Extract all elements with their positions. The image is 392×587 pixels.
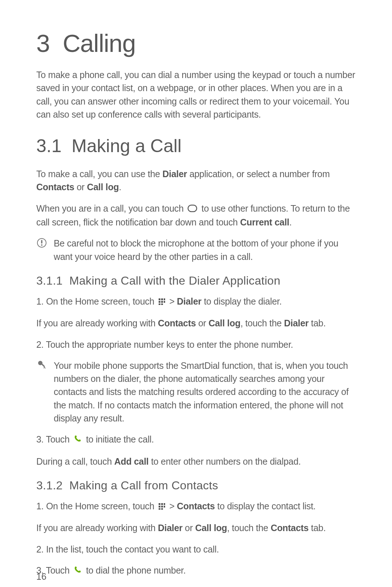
chapter-title: Calling	[63, 29, 136, 57]
note-text: Be careful not to block the microphone a…	[54, 237, 356, 263]
text: >	[167, 501, 177, 511]
text: , touch the	[240, 318, 284, 328]
bold-text: Dialer	[177, 296, 201, 306]
apps-grid-icon	[158, 500, 166, 513]
svg-rect-2	[41, 240, 42, 244]
bold-text: Dialer	[158, 523, 183, 533]
svg-rect-19	[164, 506, 165, 507]
bold-text: Current call	[240, 217, 289, 227]
subsection-heading-3-1-2: 3.1.2 Making a Call from Contacts	[36, 479, 356, 492]
caution-icon	[36, 237, 54, 248]
subsection-number: 3.1.2	[36, 479, 63, 492]
subsection-title: Making a Call from Contacts	[69, 479, 218, 492]
svg-rect-9	[164, 301, 165, 303]
step-3-sub: During a call, touch Add call to enter o…	[36, 455, 356, 468]
text: >	[167, 296, 177, 306]
bold-text: Dialer	[163, 169, 187, 179]
bold-text: Contacts	[177, 501, 215, 511]
text: tab.	[309, 523, 326, 533]
text: When you are in a call, you can touch	[36, 203, 186, 213]
text: to display the contact list.	[215, 501, 316, 511]
svg-rect-13	[41, 363, 45, 367]
text: 1. On the Home screen, touch	[36, 296, 157, 306]
chapter-number: 3	[36, 29, 50, 57]
chapter-heading: 3 Calling	[36, 29, 356, 57]
phone-call-icon	[73, 564, 82, 578]
text: to initiate the call.	[83, 434, 154, 444]
subsection-heading-3-1-1: 3.1.1 Making a Call with the Dialer Appl…	[36, 274, 356, 288]
bold-text: Contacts	[158, 318, 196, 328]
page-number: 16	[36, 571, 46, 582]
svg-rect-18	[161, 506, 163, 507]
text: or	[74, 182, 87, 192]
step-1: 1. On the Home screen, touch > Contacts …	[36, 500, 356, 514]
paragraph: To make a call, you can use the Dialer a…	[36, 167, 356, 194]
svg-rect-8	[161, 301, 163, 303]
bold-text: Call log	[87, 182, 119, 192]
step-2: 2. Touch the appropriate number keys to …	[36, 338, 356, 351]
svg-rect-21	[161, 508, 163, 510]
step-3: 3. Touch to dial the phone number.	[36, 564, 356, 578]
bold-text: Call log	[195, 523, 227, 533]
svg-rect-7	[159, 301, 160, 303]
text: If you are already working with	[36, 318, 158, 328]
svg-rect-14	[159, 503, 160, 505]
text: or	[183, 523, 195, 533]
text: to dial the phone number.	[83, 565, 185, 575]
text: to enter other numbers on the dialpad.	[149, 456, 301, 466]
caution-note: Be careful not to block the microphone a…	[36, 237, 356, 263]
step-2: 2. In the list, touch the contact you wa…	[36, 543, 356, 556]
text: If you are already working with	[36, 523, 158, 533]
home-key-icon	[187, 203, 197, 216]
text: or	[196, 318, 209, 328]
text: tab.	[309, 318, 326, 328]
step-1-sub: If you are already working with Dialer o…	[36, 521, 356, 534]
text: 1. On the Home screen, touch	[36, 501, 157, 511]
step-3: 3. Touch to initiate the call.	[36, 433, 356, 447]
step-1: 1. On the Home screen, touch > Dialer to…	[36, 295, 356, 309]
svg-rect-16	[164, 503, 165, 505]
section-heading-3-1: 3.1 Making a Call	[36, 135, 356, 156]
text: To make a call, you can use the	[36, 169, 163, 179]
text: During a call, touch	[36, 456, 114, 466]
svg-rect-20	[159, 508, 160, 510]
svg-rect-17	[159, 506, 160, 507]
svg-rect-10	[159, 303, 160, 305]
document-page: 3 Calling To make a phone call, you can …	[0, 0, 392, 587]
apps-grid-icon	[158, 295, 166, 309]
bold-text: Contacts	[36, 182, 74, 192]
svg-rect-4	[159, 298, 160, 300]
bold-text: Dialer	[284, 318, 309, 328]
svg-rect-15	[161, 503, 163, 505]
text: .	[289, 217, 292, 227]
text: , touch the	[227, 523, 271, 533]
text: application, or select a number from	[187, 169, 330, 179]
bold-text: Add call	[114, 456, 149, 466]
subsection-title: Making a Call with the Dialer Applicatio…	[69, 274, 280, 287]
svg-rect-0	[188, 205, 197, 212]
paragraph: When you are in a call, you can touch to…	[36, 202, 356, 229]
tip-icon	[36, 359, 54, 371]
svg-rect-11	[161, 303, 163, 305]
bold-text: Contacts	[271, 523, 309, 533]
chapter-intro: To make a phone call, you can dial a num…	[36, 68, 356, 121]
section-number: 3.1	[36, 136, 62, 156]
tip-note: Your mobile phone supports the SmartDial…	[36, 359, 356, 425]
section-title: Making a Call	[72, 136, 181, 156]
svg-point-3	[41, 244, 42, 246]
svg-rect-5	[161, 298, 163, 300]
phone-call-icon	[73, 433, 82, 447]
bold-text: Call log	[209, 318, 241, 328]
text: 3. Touch	[36, 434, 72, 444]
text: .	[119, 182, 121, 192]
text: to display the dialer.	[201, 296, 282, 306]
svg-rect-6	[164, 298, 165, 300]
step-1-sub: If you are already working with Contacts…	[36, 317, 356, 330]
note-text: Your mobile phone supports the SmartDial…	[54, 359, 356, 425]
subsection-number: 3.1.1	[36, 274, 63, 287]
